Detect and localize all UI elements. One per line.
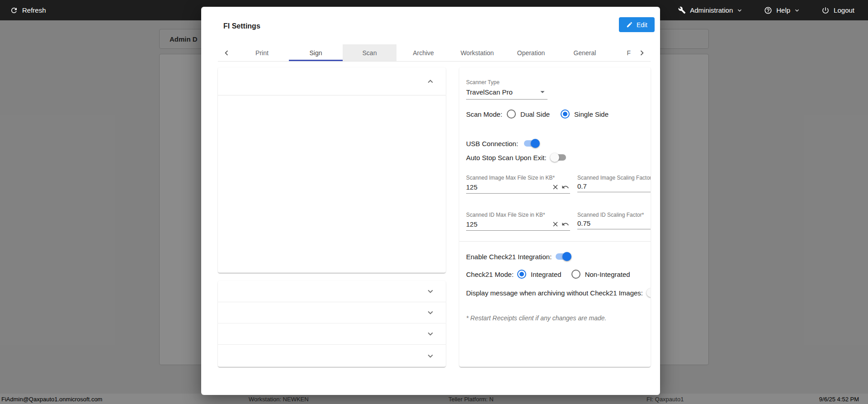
field-label: Scanned Image Max File Size in KB* xyxy=(466,175,570,181)
clear-icon[interactable] xyxy=(550,182,560,191)
settings-tabbar: Print Sign Scan Archive Workstation Oper… xyxy=(218,44,651,62)
refresh-icon xyxy=(10,6,18,14)
check21-row: Enable Check21 Integration: xyxy=(466,249,571,264)
scan-mode-label: Scan Mode: xyxy=(466,110,502,118)
fi-settings-dialog: FI Settings Edit Print Sign Scan Archive… xyxy=(201,7,660,395)
chevron-down-icon xyxy=(736,7,743,14)
non-integrated-label: Non-Integrated xyxy=(585,271,630,278)
chevron-up-icon[interactable] xyxy=(425,76,436,87)
toggle-thumb xyxy=(531,139,540,148)
scanner-type-value: TravelScan Pro xyxy=(466,88,513,96)
collapsed-panel-4[interactable] xyxy=(218,345,446,367)
tab-general[interactable]: General xyxy=(558,44,612,61)
collapsed-panel-3[interactable] xyxy=(218,323,446,345)
clear-icon[interactable] xyxy=(550,219,560,228)
left-expansion-panel xyxy=(218,67,446,273)
check21-toggle[interactable] xyxy=(555,252,571,261)
scan-mode-row: Scan Mode: Dual Side Single Side xyxy=(466,106,609,122)
pencil-icon xyxy=(626,21,633,28)
check21-mode-row: Check21 Mode: Integrated Non-Integrated xyxy=(466,266,630,282)
display-message-row: Display message when archiving without C… xyxy=(466,285,651,300)
radio-dual-side[interactable]: Dual Side xyxy=(507,109,550,119)
tab-print[interactable]: Print xyxy=(235,44,289,61)
dual-side-label: Dual Side xyxy=(520,110,550,118)
usb-connection-label: USB Connection: xyxy=(466,140,518,147)
scan-settings-panel: Scanner Type TravelScan Pro Scan Mode: D… xyxy=(459,67,651,367)
help-menu[interactable]: Help xyxy=(764,6,801,14)
refresh-label: Refresh xyxy=(22,6,46,14)
tab-partial[interactable]: F xyxy=(612,44,633,61)
integrated-label: Integrated xyxy=(531,271,561,278)
display-message-toggle[interactable] xyxy=(646,288,651,297)
radio-icon xyxy=(507,109,516,119)
field-label: Scanned Image Scaling Factor* xyxy=(577,175,651,181)
active-tab-indicator xyxy=(289,60,343,61)
dropdown-arrow-icon xyxy=(538,87,547,97)
chevron-down-icon[interactable] xyxy=(425,307,436,318)
auto-stop-row: Auto Stop Scan Upon Exit: xyxy=(466,150,566,165)
radio-single-side[interactable]: Single Side xyxy=(561,109,609,119)
scanned-image-max-size-field[interactable]: Scanned Image Max File Size in KB* 125 xyxy=(466,175,570,194)
help-icon xyxy=(764,6,772,14)
restart-note: * Restart Receipts client if any changes… xyxy=(466,314,607,322)
chevron-down-icon[interactable] xyxy=(425,351,436,361)
tabs-strip: Print Sign Scan Archive Workstation Oper… xyxy=(235,44,633,61)
chevron-down-icon[interactable] xyxy=(425,286,436,297)
section-divider xyxy=(459,241,651,242)
field-label: Scanned ID Scaling Factor* xyxy=(577,212,651,218)
toggle-thumb xyxy=(646,288,651,297)
radio-icon xyxy=(571,270,580,279)
field-value: 125 xyxy=(466,183,477,191)
scanned-image-scaling-field[interactable]: Scanned Image Scaling Factor* 0.7 xyxy=(577,175,651,192)
tab-operation[interactable]: Operation xyxy=(504,44,558,61)
field-value: 0.75 xyxy=(577,219,590,227)
radio-non-integrated[interactable]: Non-Integrated xyxy=(571,270,630,279)
collapsed-panel-1[interactable] xyxy=(218,281,446,302)
refresh-button[interactable]: Refresh xyxy=(10,6,46,14)
scanner-type-label: Scanner Type xyxy=(466,79,547,86)
tab-scan[interactable]: Scan xyxy=(343,44,396,61)
tabs-scroll-right-icon[interactable] xyxy=(633,44,651,61)
chevron-down-icon[interactable] xyxy=(425,328,436,339)
edit-button-label: Edit xyxy=(637,21,647,29)
radio-selected-icon xyxy=(561,109,570,119)
auto-stop-label: Auto Stop Scan Upon Exit: xyxy=(466,154,547,162)
logout-label: Logout xyxy=(834,6,854,14)
field-value: 125 xyxy=(466,220,477,228)
dialog-title: FI Settings xyxy=(223,22,260,30)
radio-integrated[interactable]: Integrated xyxy=(517,270,561,279)
field-value: 0.7 xyxy=(577,182,587,190)
undo-icon[interactable] xyxy=(560,182,570,191)
administration-label: Administration xyxy=(690,6,733,14)
logout-button[interactable]: Logout xyxy=(821,6,854,14)
collapsed-panels-card xyxy=(218,281,446,367)
scanned-id-max-size-field[interactable]: Scanned ID Max File Size in KB* 125 xyxy=(466,212,570,231)
help-label: Help xyxy=(776,6,790,14)
usb-connection-toggle[interactable] xyxy=(524,139,540,148)
radio-selected-icon xyxy=(517,270,526,279)
expansion-panel-header[interactable] xyxy=(218,67,446,95)
collapsed-panel-2[interactable] xyxy=(218,302,446,323)
tab-archive[interactable]: Archive xyxy=(396,44,450,61)
scanner-type-select[interactable]: Scanner Type TravelScan Pro xyxy=(466,79,547,100)
tab-sign[interactable]: Sign xyxy=(289,44,343,61)
single-side-label: Single Side xyxy=(574,110,609,118)
usb-connection-row: USB Connection: xyxy=(466,136,540,151)
scanned-id-scaling-field[interactable]: Scanned ID Scaling Factor* 0.75 xyxy=(577,212,651,229)
undo-icon[interactable] xyxy=(560,219,570,228)
field-label: Scanned ID Max File Size in KB* xyxy=(466,212,570,218)
check21-label: Enable Check21 Integration: xyxy=(466,253,552,261)
auto-stop-toggle[interactable] xyxy=(550,153,566,162)
check21-mode-label: Check21 Mode: xyxy=(466,271,514,278)
toggle-thumb xyxy=(562,252,571,261)
display-message-label: Display message when archiving without C… xyxy=(466,289,643,297)
toggle-thumb xyxy=(550,153,559,162)
power-icon xyxy=(821,6,830,14)
chevron-down-icon xyxy=(793,7,801,14)
edit-button[interactable]: Edit xyxy=(619,17,655,32)
tabs-scroll-left-icon[interactable] xyxy=(218,44,235,61)
wrench-icon xyxy=(678,6,686,14)
tab-workstation[interactable]: Workstation xyxy=(450,44,504,61)
administration-menu[interactable]: Administration xyxy=(678,6,743,14)
